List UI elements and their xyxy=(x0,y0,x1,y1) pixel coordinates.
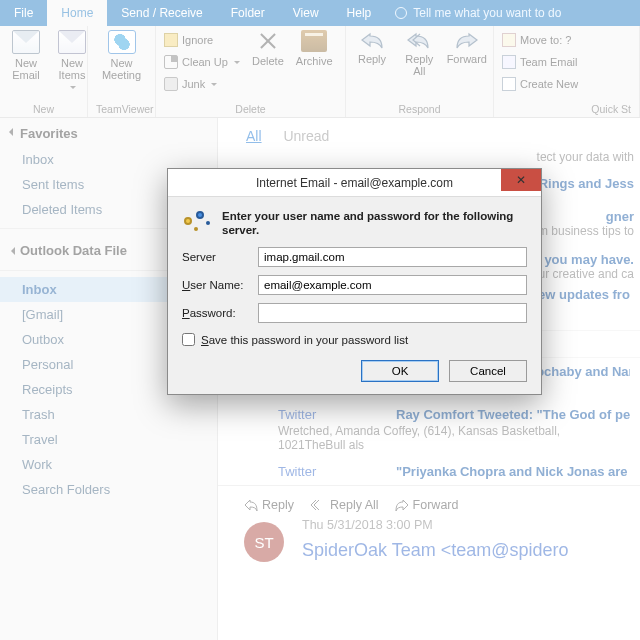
server-input[interactable] xyxy=(258,247,527,267)
close-icon: ✕ xyxy=(516,173,526,187)
save-password-label: Save this password in your password list xyxy=(201,334,408,346)
dialog-instruction: Enter your user name and password for th… xyxy=(222,209,527,237)
credentials-dialog: Internet Email - email@example.com ✕ Ent… xyxy=(167,168,542,395)
username-input[interactable] xyxy=(258,275,527,295)
dialog-titlebar[interactable]: Internet Email - email@example.com ✕ xyxy=(168,169,541,197)
save-password-checkbox[interactable] xyxy=(182,333,195,346)
password-label: Password: xyxy=(182,307,258,319)
server-label: Server xyxy=(182,251,258,263)
password-input[interactable] xyxy=(258,303,527,323)
username-label: User Name: xyxy=(182,279,258,291)
ok-button[interactable]: OK xyxy=(361,360,439,382)
cancel-button[interactable]: Cancel xyxy=(449,360,527,382)
dialog-title: Internet Email - email@example.com xyxy=(256,176,453,190)
dialog-close-button[interactable]: ✕ xyxy=(501,169,541,191)
keys-icon xyxy=(182,209,212,237)
